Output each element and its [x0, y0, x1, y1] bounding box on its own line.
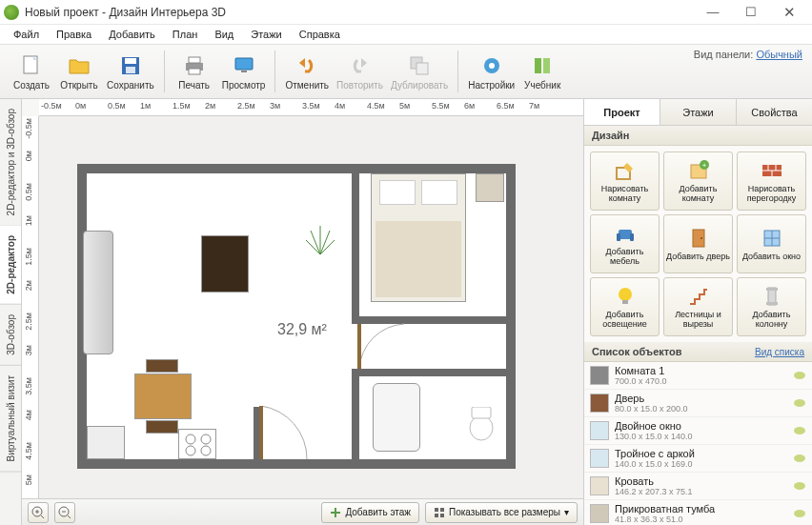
tool-add-lighting[interactable]: Добавить освещение: [590, 277, 660, 336]
svg-point-15: [489, 63, 495, 69]
menu-plan[interactable]: План: [165, 27, 206, 42]
minimize-button[interactable]: —: [694, 1, 732, 24]
list-item[interactable]: Дверь80.0 x 15.0 x 200.0: [584, 390, 812, 417]
menu-help[interactable]: Справка: [292, 27, 348, 42]
svg-rect-55: [622, 300, 628, 304]
room-outline[interactable]: 32,9 м²: [77, 164, 516, 469]
tool-draw-partition[interactable]: Нарисовать перегородку: [737, 151, 806, 211]
tool-add-door[interactable]: Добавить дверь: [663, 214, 733, 273]
tool-add-furniture[interactable]: Добавить мебель: [590, 214, 660, 273]
menu-add[interactable]: Добавить: [101, 27, 163, 42]
settings-button[interactable]: Настройки: [464, 47, 518, 96]
furniture-bathtub[interactable]: [373, 383, 420, 452]
tool-add-column[interactable]: Добавить колонну: [737, 277, 806, 336]
book-icon: [530, 53, 555, 78]
book-button[interactable]: Учебник: [518, 47, 566, 96]
pencil-room-icon: [614, 159, 637, 182]
zoom-in-button[interactable]: [28, 502, 49, 523]
furniture-sofa[interactable]: [83, 231, 113, 354]
eye-icon[interactable]: [793, 509, 806, 518]
add-floor-button[interactable]: Добавить этаж: [321, 502, 419, 523]
column-icon: [761, 285, 783, 308]
maximize-button[interactable]: ☐: [732, 1, 770, 24]
tab-2d-3d-combo[interactable]: 2D-редактор и 3D-обзор: [0, 99, 21, 226]
svg-point-18: [186, 446, 195, 455]
furniture-plant[interactable]: [301, 221, 339, 259]
furniture-toilet[interactable]: [468, 407, 495, 441]
list-item[interactable]: Комната 1700.0 x 470.0: [584, 362, 812, 390]
svg-point-63: [794, 482, 805, 490]
tab-2d-editor[interactable]: 2D-редактор: [0, 226, 21, 305]
zoom-out-button[interactable]: [54, 502, 75, 523]
eye-icon[interactable]: [793, 371, 806, 380]
list-item[interactable]: Прикроватная тумба41.8 x 36.3 x 51.0: [584, 500, 812, 525]
menu-floors[interactable]: Этажи: [243, 27, 289, 42]
tool-draw-room[interactable]: Нарисовать комнату: [590, 151, 660, 211]
svg-rect-8: [235, 58, 253, 70]
undo-button[interactable]: Отменить: [281, 47, 333, 96]
gear-icon: [479, 53, 504, 78]
furniture-counter[interactable]: [87, 426, 125, 459]
armchair-icon: [614, 222, 637, 245]
eye-icon[interactable]: [793, 426, 806, 435]
svg-rect-47: [617, 233, 620, 241]
svg-point-20: [470, 415, 493, 440]
svg-rect-57: [766, 288, 778, 291]
list-item[interactable]: Двойное окно130.0 x 15.0 x 140.0: [584, 417, 812, 445]
save-button[interactable]: Сохранить: [103, 47, 158, 96]
svg-rect-48: [630, 233, 634, 241]
svg-line-29: [68, 515, 71, 518]
tool-add-room[interactable]: +Добавить комнату: [663, 151, 733, 211]
furniture-chair[interactable]: [146, 359, 178, 373]
list-view-link[interactable]: Вид списка: [755, 347, 804, 357]
create-button[interactable]: Создать: [8, 47, 55, 96]
show-all-sizes-button[interactable]: Показывать все размеры ▾: [425, 502, 578, 523]
duplicate-button[interactable]: Дублировать: [387, 47, 452, 96]
tab-floors[interactable]: Этажи: [660, 99, 737, 125]
door-icon: [687, 227, 710, 250]
tab-3d-view[interactable]: 3D-обзор: [0, 305, 21, 366]
list-item[interactable]: Тройное с аркой140.0 x 15.0 x 169.0: [584, 445, 812, 473]
duplicate-icon: [407, 53, 432, 78]
svg-point-50: [700, 237, 702, 239]
eye-icon[interactable]: [793, 481, 806, 491]
furniture-bed[interactable]: [371, 173, 466, 302]
interior-wall[interactable]: [352, 369, 359, 469]
tab-project[interactable]: Проект: [584, 99, 660, 125]
eye-icon[interactable]: [793, 454, 806, 463]
tool-add-window[interactable]: Добавить окно: [737, 214, 806, 273]
interior-wall[interactable]: [352, 164, 359, 316]
door-arc[interactable]: [352, 316, 409, 369]
tab-virtual-visit[interactable]: Виртуальный визит: [0, 366, 21, 473]
view-panel-mode-link[interactable]: Обычный: [756, 49, 802, 60]
close-button[interactable]: ✕: [770, 1, 808, 24]
furniture-tv[interactable]: [201, 235, 249, 293]
eye-icon[interactable]: [793, 398, 806, 408]
furniture-chair[interactable]: [146, 420, 178, 434]
left-tab-strip: 2D-редактор и 3D-обзор 2D-редактор 3D-об…: [0, 99, 22, 525]
nightstand-thumb-icon: [590, 504, 609, 523]
room-thumb-icon: [590, 366, 609, 385]
list-item[interactable]: Кровать146.2 x 207.3 x 75.1: [584, 473, 812, 500]
open-button[interactable]: Открыть: [55, 47, 103, 96]
tab-properties[interactable]: Свойства: [737, 99, 812, 125]
ruler-vertical: -0.5м 0м 0.5м 1м 1.5м 2м 2.5м 3м 3.5м 4м…: [22, 116, 39, 498]
menu-view[interactable]: Вид: [207, 27, 241, 42]
menu-file[interactable]: Файл: [6, 27, 47, 42]
svg-rect-58: [766, 302, 778, 305]
menu-edit[interactable]: Правка: [49, 27, 99, 42]
svg-rect-34: [440, 508, 444, 512]
furniture-nightstand[interactable]: [476, 173, 504, 202]
furniture-stove[interactable]: [178, 429, 216, 459]
interior-wall[interactable]: [352, 369, 516, 376]
redo-button[interactable]: Повторить: [333, 47, 387, 96]
door-arc[interactable]: [254, 406, 311, 469]
view-button[interactable]: Просмотр: [218, 47, 270, 96]
floor-plan-canvas[interactable]: 32,9 м²: [39, 116, 583, 498]
print-button[interactable]: Печать: [171, 47, 218, 96]
furniture-table[interactable]: [134, 374, 192, 419]
tool-stairs-cutouts[interactable]: Лестницы и вырезы: [663, 277, 733, 336]
svg-point-64: [794, 510, 805, 517]
svg-line-25: [41, 515, 44, 518]
svg-point-59: [794, 372, 805, 379]
